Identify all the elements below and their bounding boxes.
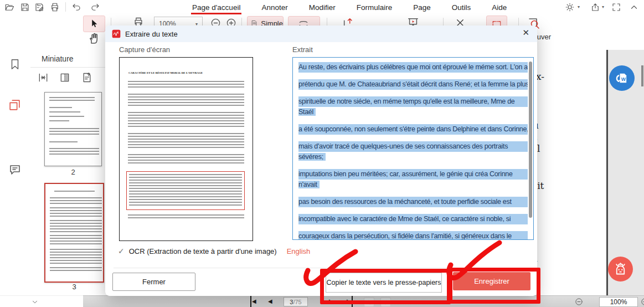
- zoom-level: 100%: [610, 298, 627, 306]
- word-file-icon: W: [614, 70, 630, 86]
- total-pages: /75: [293, 299, 301, 305]
- undo-icon[interactable]: [71, 2, 82, 12]
- capture-label: Capture d'écran: [119, 45, 170, 54]
- close-dialog-button[interactable]: Fermer: [112, 273, 195, 291]
- open-file-icon[interactable]: [4, 2, 14, 12]
- dialog-title: Extraire du texte: [125, 30, 178, 38]
- ocr-option-row: OCR (Extraction de texte à partir d'une …: [118, 247, 310, 255]
- page-number-input[interactable]: 3 /75: [284, 297, 308, 306]
- share-dropdown-caret[interactable]: ▾: [602, 4, 604, 9]
- tab-outils[interactable]: Outils: [451, 2, 472, 13]
- close-button-label: Fermer: [142, 278, 166, 286]
- page-thumbnail-2[interactable]: 2: [44, 92, 102, 166]
- preview-paragraph: [128, 94, 244, 108]
- bookmarks-icon[interactable]: [9, 58, 21, 71]
- theme-icon[interactable]: [565, 2, 575, 12]
- extract-line: Staél: [298, 107, 528, 117]
- save-icon[interactable]: [20, 2, 30, 12]
- preview-paragraph: [128, 214, 244, 220]
- robot-icon: [613, 262, 628, 277]
- assistant-robot-button[interactable]: [608, 257, 633, 282]
- tab-aide[interactable]: Aide: [491, 2, 508, 13]
- tab-modifier[interactable]: Modifier: [308, 2, 337, 13]
- svg-text:W: W: [621, 76, 626, 82]
- theme-dropdown-caret[interactable]: ▾: [578, 4, 580, 9]
- panel-header: Miniature: [30, 50, 105, 68]
- extract-line: prétendu que M. de Chateaubriand s'était…: [298, 79, 528, 90]
- zoom-level-box[interactable]: 100%: [599, 297, 638, 307]
- extract-page-icon[interactable]: [81, 71, 92, 84]
- page-thumbnail-3[interactable]: 3: [44, 183, 104, 283]
- extracted-text-lines: Au reste, des écrivains plus célébres qu…: [298, 62, 528, 240]
- zoom-in-status-icon[interactable]: [641, 298, 644, 306]
- status-bar-left: [0, 295, 83, 307]
- divider: [65, 2, 66, 12]
- dialog-close-icon[interactable]: [522, 28, 529, 38]
- top-bar: Page d'accueilAnnoterModifierFormulaireP…: [0, 0, 644, 14]
- dialog-app-icon: [112, 29, 121, 38]
- capture-preview: CARACTÈRE ET LE RÉSULTAT MORAL DE L'OUVR…: [119, 57, 253, 241]
- extracted-text-area[interactable]: Au reste, des écrivains plus célébres qu…: [292, 57, 534, 240]
- preview-document-title: CARACTÈRE ET LE RÉSULTAT MORAL DE L'OUVR…: [128, 71, 253, 74]
- extract-line: n'avait: [298, 180, 528, 190]
- extract-line: pas besoin des ressources de la méchance…: [298, 197, 528, 207]
- preview-paragraph: [128, 112, 244, 129]
- extract-line: incompatible avec le caractére de Mme de…: [298, 214, 528, 224]
- extract-line: imputations bien peu méritées; car, assu…: [298, 169, 528, 180]
- select-tool-button[interactable]: [83, 16, 105, 32]
- page-number-label: 2: [45, 168, 101, 176]
- collapse-panel-chevron-icon[interactable]: [30, 298, 39, 306]
- annotation-check-copy: [299, 248, 360, 288]
- split-page-icon[interactable]: [59, 72, 70, 83]
- print-icon[interactable]: [50, 2, 60, 12]
- app-window: Page d'accueilAnnoterModifierFormulaireP…: [0, 0, 644, 307]
- thumbnails-panel-icon[interactable]: [8, 98, 22, 112]
- preview-paragraph: [128, 154, 244, 165]
- hand-tool-icon[interactable]: [87, 31, 100, 45]
- tab-formulaire[interactable]: Formulaire: [356, 2, 394, 13]
- insert-pages-icon[interactable]: [37, 72, 49, 83]
- checkbox-checked-icon[interactable]: [118, 247, 125, 255]
- miniature-panel: Miniature 2 3: [30, 50, 106, 295]
- panel-title: Miniature: [42, 54, 74, 63]
- ocr-label: OCR (Extraction de texte à partir d'une …: [129, 247, 277, 255]
- tab-page[interactable]: Page: [412, 2, 432, 13]
- collapse-ribbon-icon[interactable]: [629, 2, 639, 12]
- extract-line: mais d'avoir tracé de quelques-unes de s…: [298, 141, 528, 152]
- convert-to-word-button[interactable]: W: [609, 65, 635, 91]
- tab-page-d-accueil[interactable]: Page d'accueil: [191, 2, 241, 13]
- zoom-out-status-icon[interactable]: [575, 298, 583, 306]
- extract-line: courageux dans la persécution, si fidéle…: [298, 231, 528, 240]
- save-as-icon[interactable]: [34, 2, 44, 12]
- tab-annoter[interactable]: Annoter: [260, 2, 288, 13]
- fullscreen-icon[interactable]: [611, 2, 621, 12]
- previous-page-button[interactable]: ◀: [268, 296, 272, 307]
- redo-icon[interactable]: [90, 2, 101, 12]
- preview-selected-region: [126, 171, 245, 210]
- first-page-button[interactable]: ◀: [250, 296, 256, 307]
- panel-scrollbar[interactable]: [641, 65, 643, 86]
- document-text-fragment: x-: [536, 71, 544, 82]
- page-number-label: 3: [45, 283, 103, 291]
- comments-icon[interactable]: [8, 163, 22, 176]
- cursor-icon: [89, 18, 99, 29]
- dialog-title-bar: Extraire du texte: [105, 25, 537, 42]
- extract-label: Extrait: [292, 45, 313, 54]
- right-rail: W: [606, 50, 644, 295]
- extract-line: Au reste, des écrivains plus célébres qu…: [298, 62, 528, 73]
- menu-tabs: Page d'accueilAnnoterModifierFormulaireP…: [191, 0, 508, 14]
- left-rail: [0, 50, 31, 295]
- extract-scrollbar[interactable]: [529, 62, 532, 218]
- preview-paragraph: [128, 133, 244, 150]
- extract-line: spirituelle de notre siécle, en méme tem…: [298, 96, 528, 107]
- extract-line: sévéres;: [298, 152, 528, 162]
- preview-paragraph: [128, 81, 244, 89]
- annotation-check-save: [441, 239, 504, 283]
- share-icon[interactable]: [590, 2, 600, 12]
- extract-line: a été soupconnée, non seulement s'étre p…: [298, 124, 528, 135]
